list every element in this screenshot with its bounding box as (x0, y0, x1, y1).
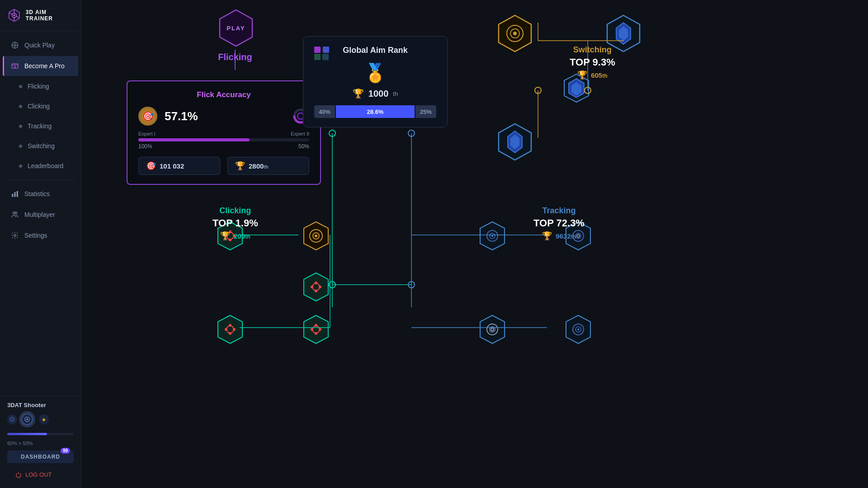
clicking-rank: 209th (234, 232, 250, 240)
svg-point-89 (491, 235, 493, 237)
rank-to: Expert II (291, 131, 309, 136)
score-icon: 🎯 (146, 161, 156, 171)
sidebar-nav: Quick Play Become A Pro Flicking Clickin… (0, 31, 81, 396)
svg-point-84 (311, 328, 313, 331)
svg-point-41 (408, 282, 415, 288)
notification-badge: 99 (61, 448, 70, 454)
svg-rect-18 (17, 191, 18, 197)
hex-node-click-4[interactable] (214, 314, 246, 347)
progress-labels: Expert I Expert II (138, 131, 309, 136)
hex-node-track-4[interactable] (562, 314, 594, 347)
rank-value: 2800th (249, 162, 269, 170)
user-name: 3DAT Shooter (7, 402, 74, 408)
sidebar-item-tracking[interactable]: Tracking (3, 117, 78, 136)
rank-bar-left: 40% (314, 105, 335, 118)
logout-button[interactable]: LOG OUT (7, 467, 74, 483)
svg-point-70 (315, 282, 317, 284)
xp-bar (7, 433, 47, 435)
global-rank-suffix: th (393, 90, 398, 97)
svg-point-50 (535, 87, 541, 94)
svg-point-78 (225, 328, 227, 331)
quick-play-label: Quick Play (24, 42, 55, 49)
dot-icon (19, 145, 22, 148)
progress-bar-fill (138, 138, 250, 141)
leaderboard-nav-label: Leaderboard (28, 162, 63, 169)
tracking-top: TOP 72.3% (533, 217, 585, 229)
sidebar-bottom: 3DAT Shooter ● 60% > (0, 396, 81, 488)
svg-marker-80 (304, 315, 328, 343)
svg-point-38 (329, 130, 335, 136)
play-button[interactable]: PLAY (216, 8, 256, 48)
dot-icon (19, 125, 22, 128)
dot-icon (19, 105, 22, 108)
sidebar-item-quick-play[interactable]: Quick Play (3, 35, 78, 55)
svg-point-19 (13, 212, 15, 214)
sidebar-item-leaderboard[interactable]: Leaderboard (3, 156, 78, 175)
hex-node-switch-4[interactable] (495, 122, 535, 164)
sidebar-item-statistics[interactable]: Statistics (3, 184, 78, 204)
global-rank-card: Global Aim Rank 🏅 🏆 1000 th 40% 28.6% 25… (303, 36, 448, 127)
app-title: 3D AIM TRAINER (26, 9, 74, 22)
svg-marker-94 (480, 315, 505, 343)
sidebar-item-settings[interactable]: Settings (3, 225, 78, 245)
global-trophy-icon: 🏆 (353, 88, 364, 99)
dot-dark-blue (322, 54, 329, 60)
rank-bar-right: 25% (415, 105, 436, 118)
multiplayer-icon (11, 211, 19, 219)
flick-accuracy-card: Flick Accuracy 🎯 57.1% Expert I Expert I… (127, 80, 321, 185)
sidebar-item-clicking[interactable]: Clicking (3, 97, 78, 116)
user-info: 3DAT Shooter ● 60% > (7, 402, 74, 446)
clicking-trophy-row: 🏆 209th (220, 231, 250, 241)
flicking-section-label: Flicking (194, 52, 276, 62)
svg-point-72 (311, 286, 313, 288)
hex-node-switch-1[interactable] (495, 14, 535, 55)
svg-point-39 (408, 130, 415, 136)
svg-point-8 (14, 44, 16, 47)
svg-point-67 (315, 235, 317, 237)
dot-purple (314, 47, 321, 53)
color-dots (314, 47, 329, 53)
sidebar-item-flicking[interactable]: Flicking (3, 77, 78, 96)
svg-point-77 (229, 332, 231, 335)
svg-point-15 (14, 66, 16, 68)
dot-blue (323, 47, 329, 53)
rank-from: Expert I (138, 131, 156, 136)
hex-node-click-5[interactable] (300, 314, 332, 347)
rank-badge: 🎯 (138, 107, 157, 126)
flick-bottom-row: 🎯 101 032 🏆 2800th (138, 157, 309, 175)
dot-teal (314, 54, 321, 60)
sidebar-item-multiplayer[interactable]: Multiplayer (3, 205, 78, 225)
become-pro-label: Become A Pro (24, 62, 65, 70)
svg-point-82 (315, 324, 317, 327)
hex-node-click-2[interactable] (300, 220, 332, 253)
hex-node-click-3[interactable] (300, 271, 332, 305)
score-pill: 🎯 101 032 (138, 157, 220, 175)
switching-nav-label: Switching (28, 142, 55, 150)
switching-trophy-row: 🏆 605th (577, 70, 607, 80)
svg-point-20 (15, 212, 17, 214)
user-avatars: ● (7, 411, 74, 427)
svg-point-85 (319, 328, 321, 331)
rank-bar-mid: 28.6% (336, 105, 415, 118)
sidebar-item-switching[interactable]: Switching (3, 136, 78, 155)
multiplayer-label: Multiplayer (24, 211, 55, 218)
svg-point-83 (315, 332, 317, 335)
svg-point-26 (26, 418, 28, 420)
bar-chart-icon (11, 190, 19, 198)
settings-icon (11, 231, 19, 239)
avatar-small-1 (7, 414, 17, 424)
svg-point-101 (577, 328, 579, 330)
flick-stats-row: 🎯 57.1% (138, 107, 309, 126)
hex-node-track-1[interactable] (476, 220, 508, 253)
clicking-label: Clicking (219, 206, 251, 216)
svg-line-6 (16, 16, 19, 18)
sidebar-item-become-pro[interactable]: Become A Pro (3, 56, 78, 76)
settings-label: Settings (24, 232, 47, 239)
svg-marker-68 (304, 273, 328, 301)
switching-group: Switching TOP 9.3% 🏆 605th (570, 45, 615, 80)
statistics-label: Statistics (24, 190, 50, 197)
flicking-label: Flicking (218, 52, 252, 62)
divider (5, 179, 75, 180)
dot-icon (19, 85, 22, 88)
hex-node-track-3[interactable] (476, 314, 508, 347)
